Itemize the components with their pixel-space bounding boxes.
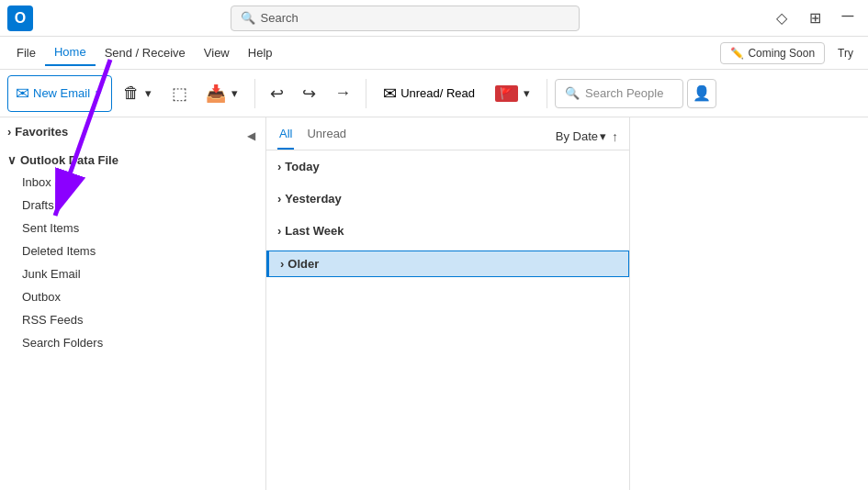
minimize-icon: ─ <box>842 6 854 26</box>
search-placeholder: Search <box>261 11 299 25</box>
sidebar-item-rss-feeds[interactable]: RSS Feeds <box>0 308 265 331</box>
sidebar-item-inbox[interactable]: Inbox <box>0 171 265 194</box>
coming-soon-button[interactable]: ✏️ Coming Soon <box>720 42 825 64</box>
last-week-chevron-icon: › <box>277 224 281 238</box>
older-label: Older <box>287 257 319 271</box>
sidebar-item-drafts[interactable]: Drafts <box>0 194 265 217</box>
sidebar-item-search-folders[interactable]: Search Folders <box>0 331 265 354</box>
diamond-icon-btn[interactable]: ◇ <box>769 6 795 31</box>
menu-bar: File Home Send / Receive View Help ✏️ Co… <box>0 37 868 70</box>
sidebar-item-deleted-items[interactable]: Deleted Items <box>0 239 265 262</box>
move-button[interactable]: 📥 ▾ <box>198 75 247 112</box>
ribbon-divider-3 <box>547 79 547 108</box>
menu-item-home[interactable]: Home <box>45 39 96 66</box>
sort-dropdown-icon[interactable]: ▾ <box>600 129 606 143</box>
coming-soon-label: Coming Soon <box>748 47 815 60</box>
try-button[interactable]: Try <box>830 43 861 63</box>
qrcode-icon-btn[interactable]: ⊞ <box>802 6 828 31</box>
contact-photo-icon: 👤 <box>693 84 711 102</box>
unread-read-button[interactable]: ✉ Unread/ Read <box>374 75 484 112</box>
yesterday-chevron-icon: › <box>277 192 281 206</box>
redo-button[interactable]: ↪ <box>295 75 323 112</box>
archive-button[interactable]: ⬚ <box>164 75 195 112</box>
undo-button[interactable]: ↩ <box>263 75 291 112</box>
new-email-dropdown-icon[interactable]: ▾ <box>94 86 104 100</box>
sidebar-section-favorites: › Favorites <box>0 117 265 146</box>
search-people-icon: 🔍 <box>565 86 580 100</box>
last-week-label: Last Week <box>285 224 344 238</box>
email-group-older-header[interactable]: › Older <box>266 251 629 277</box>
email-group-last-week-header[interactable]: › Last Week <box>266 218 629 243</box>
ribbon-divider-1 <box>254 79 255 108</box>
outlook-data-chevron-icon: ∨ <box>7 153 17 167</box>
ribbon: ✉ New Email ▾ 🗑 ▾ ⬚ 📥 ▾ ↩ ↪ → ✉ Unread/ … <box>0 70 868 117</box>
forward-icon: → <box>334 84 351 103</box>
main-layout: ◀ › Favorites ∨ Outlook Data File Inbox … <box>0 117 868 490</box>
move-dropdown-icon[interactable]: ▾ <box>230 86 240 100</box>
email-group-today: › Today <box>266 150 629 183</box>
menu-item-send-receive[interactable]: Send / Receive <box>96 40 195 65</box>
minimize-button[interactable]: ─ <box>835 6 861 31</box>
new-email-button[interactable]: ✉ New Email ▾ <box>7 75 112 112</box>
pen-icon: ✏️ <box>730 47 744 60</box>
sort-button[interactable]: By Date ▾ <box>556 129 606 143</box>
diamond-icon: ◇ <box>776 9 787 27</box>
email-group-last-week: › Last Week <box>266 215 629 247</box>
move-icon: 📥 <box>206 84 226 104</box>
archive-icon: ⬚ <box>172 84 187 104</box>
menu-item-help[interactable]: Help <box>239 40 282 65</box>
search-bar: 🔍 Search <box>40 6 769 31</box>
content-tabs: All Unread By Date ▾ ↑ <box>266 117 629 150</box>
redo-icon: ↪ <box>302 84 316 104</box>
title-bar: O 🔍 Search ◇ ⊞ ─ <box>0 0 868 37</box>
new-email-label: New Email <box>33 86 90 100</box>
sidebar-section-outlook-data: ∨ Outlook Data File Inbox Drafts Sent It… <box>0 146 265 358</box>
today-label: Today <box>285 160 319 173</box>
outlook-data-file-header[interactable]: ∨ Outlook Data File <box>0 150 265 171</box>
search-people-input[interactable]: 🔍 Search People <box>555 79 683 108</box>
favorites-label: Favorites <box>15 125 68 139</box>
email-group-older: › Older <box>266 247 629 281</box>
outlook-logo: O <box>7 6 33 31</box>
ribbon-divider-2 <box>366 79 366 108</box>
email-group-today-header[interactable]: › Today <box>266 154 629 179</box>
search-box[interactable]: 🔍 Search <box>231 6 580 31</box>
sort-order-button[interactable]: ↑ <box>612 129 618 144</box>
tab-all[interactable]: All <box>277 123 294 150</box>
email-list: › Today › Yesterday › Last Week › <box>266 150 629 490</box>
reading-pane <box>629 117 868 490</box>
envelope-icon: ✉ <box>383 84 397 104</box>
favorites-group-header[interactable]: › Favorites <box>0 121 265 142</box>
title-controls: ◇ ⊞ ─ <box>769 6 861 31</box>
today-chevron-icon: › <box>277 160 281 173</box>
sidebar-item-junk-email[interactable]: Junk Email <box>0 262 265 285</box>
tab-unread[interactable]: Unread <box>305 123 348 150</box>
qrcode-icon: ⊞ <box>809 9 821 27</box>
flag-button[interactable]: 🚩 ▾ <box>488 75 539 112</box>
undo-icon: ↩ <box>270 84 284 104</box>
menu-item-view[interactable]: View <box>195 40 239 65</box>
search-icon: 🔍 <box>241 11 255 25</box>
sort-label: By Date <box>556 129 598 143</box>
content-area: All Unread By Date ▾ ↑ › Today › Yes <box>266 117 629 490</box>
outlook-data-file-label: Outlook Data File <box>20 153 118 167</box>
sidebar-item-sent-items[interactable]: Sent Items <box>0 217 265 239</box>
unread-read-label: Unread/ Read <box>400 86 475 100</box>
forward-button[interactable]: → <box>327 75 358 112</box>
sidebar: ◀ › Favorites ∨ Outlook Data File Inbox … <box>0 117 266 490</box>
favorites-chevron-icon: › <box>7 125 11 139</box>
delete-dropdown-icon[interactable]: ▾ <box>143 86 153 100</box>
sidebar-collapse-button[interactable]: ◀ <box>240 125 262 147</box>
email-group-yesterday: › Yesterday <box>266 183 629 215</box>
delete-button[interactable]: 🗑 ▾ <box>116 75 161 112</box>
menu-item-file[interactable]: File <box>7 40 45 65</box>
email-group-yesterday-header[interactable]: › Yesterday <box>266 186 629 211</box>
yesterday-label: Yesterday <box>285 192 341 206</box>
sidebar-item-outbox[interactable]: Outbox <box>0 285 265 308</box>
collapse-icon: ◀ <box>247 129 255 142</box>
flag-dropdown-icon[interactable]: ▾ <box>522 86 532 100</box>
flag-icon: 🚩 <box>495 85 518 102</box>
sort-controls: By Date ▾ ↑ <box>556 129 618 144</box>
contact-photo-button[interactable]: 👤 <box>687 79 716 108</box>
new-email-icon: ✉ <box>16 84 29 104</box>
